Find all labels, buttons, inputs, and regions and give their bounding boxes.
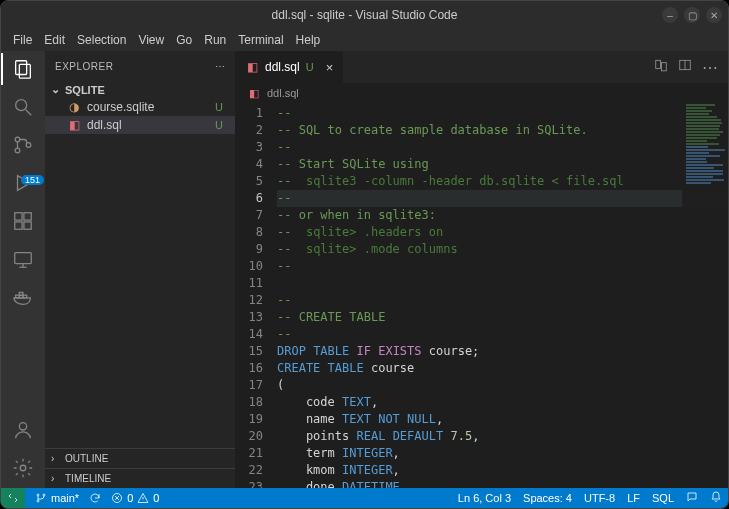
svg-point-25	[37, 494, 39, 496]
svg-point-6	[26, 143, 31, 148]
minimize-button[interactable]: –	[662, 7, 678, 23]
remote-explorer-icon[interactable]	[11, 247, 35, 271]
sql-file-icon: ◧	[245, 60, 259, 74]
sync-button[interactable]	[89, 492, 101, 504]
timeline-label: TIMELINE	[65, 473, 111, 484]
search-icon[interactable]	[11, 95, 35, 119]
svg-line-3	[26, 110, 32, 116]
menubar: FileEditSelectionViewGoRunTerminalHelp	[1, 29, 728, 51]
window-title: ddl.sql - sqlite - Visual Studio Code	[272, 8, 458, 22]
svg-point-19	[19, 423, 26, 430]
breadcrumb-file: ddl.sql	[267, 87, 299, 99]
maximize-button[interactable]: ▢	[684, 7, 700, 23]
svg-point-27	[43, 494, 45, 496]
chevron-right-icon: ›	[51, 453, 61, 464]
eol[interactable]: LF	[627, 492, 640, 504]
outline-label: OUTLINE	[65, 453, 108, 464]
svg-point-26	[37, 500, 39, 502]
chevron-right-icon: ›	[51, 473, 61, 484]
tab-label: ddl.sql	[265, 60, 300, 74]
code-editor[interactable]: 1234567891011121314151617181920212223242…	[235, 103, 728, 488]
sidebar-more-icon[interactable]: ⋯	[215, 61, 226, 72]
svg-rect-11	[24, 222, 31, 229]
tab-ddl-sql[interactable]: ◧ ddl.sql U ×	[235, 51, 344, 83]
file-name: ddl.sql	[87, 118, 122, 132]
menu-run[interactable]: Run	[198, 31, 232, 49]
sql-file-icon: ◧	[247, 86, 261, 100]
svg-rect-0	[16, 61, 27, 75]
svg-point-2	[16, 100, 27, 111]
svg-rect-21	[656, 60, 661, 68]
menu-terminal[interactable]: Terminal	[232, 31, 289, 49]
language-mode[interactable]: SQL	[652, 492, 674, 504]
extensions-icon[interactable]	[11, 209, 35, 233]
tab-bar: ◧ ddl.sql U × ⋯	[235, 51, 728, 83]
svg-rect-1	[19, 64, 30, 78]
svg-rect-18	[19, 292, 23, 295]
outline-section[interactable]: ›OUTLINE	[45, 448, 235, 468]
timeline-section[interactable]: ›TIMELINE	[45, 468, 235, 488]
sql-file-icon: ◧	[67, 118, 81, 132]
menu-selection[interactable]: Selection	[71, 31, 132, 49]
split-editor-icon[interactable]	[678, 58, 692, 76]
svg-point-4	[15, 137, 20, 142]
close-icon[interactable]: ×	[326, 60, 334, 75]
file-name: course.sqlite	[87, 100, 154, 114]
workspace-name: SQLITE	[65, 84, 105, 96]
minimap[interactable]	[682, 103, 728, 488]
file-item[interactable]: ◧ddl.sqlU	[45, 116, 235, 134]
indentation[interactable]: Spaces: 4	[523, 492, 572, 504]
compare-changes-icon[interactable]	[654, 58, 668, 76]
menu-view[interactable]: View	[132, 31, 170, 49]
accounts-icon[interactable]	[11, 418, 35, 442]
breadcrumb[interactable]: ◧ ddl.sql	[235, 83, 728, 103]
db-file-icon: ◑	[67, 100, 81, 114]
svg-point-20	[20, 465, 26, 471]
notifications-icon[interactable]	[710, 491, 722, 505]
docker-icon[interactable]	[11, 285, 35, 309]
editor: ◧ ddl.sql U × ⋯ ◧ ddl.sql 12345678910111…	[235, 51, 728, 488]
file-item[interactable]: ◑course.sqliteU	[45, 98, 235, 116]
menu-go[interactable]: Go	[170, 31, 198, 49]
git-status: U	[306, 61, 320, 73]
svg-rect-8	[15, 213, 22, 220]
explorer-icon[interactable]	[11, 57, 35, 81]
menu-help[interactable]: Help	[290, 31, 327, 49]
line-gutter: 1234567891011121314151617181920212223242…	[235, 103, 277, 488]
code-content[interactable]: ---- SQL to create sample database in SQ…	[277, 103, 728, 488]
sidebar-root[interactable]: ⌄ SQLITE	[45, 81, 235, 98]
svg-rect-22	[662, 63, 667, 71]
cursor-position[interactable]: Ln 6, Col 3	[458, 492, 511, 504]
encoding[interactable]: UTF-8	[584, 492, 615, 504]
svg-point-5	[15, 148, 20, 153]
problems-indicator[interactable]: 0 0	[111, 492, 159, 504]
chevron-down-icon: ⌄	[51, 83, 61, 96]
sidebar-title: EXPLORER	[55, 61, 113, 72]
svg-rect-10	[15, 222, 22, 229]
svg-rect-12	[15, 253, 32, 264]
status-bar: main* 0 0 Ln 6, Col 3 Spaces: 4 UTF-8 LF…	[1, 488, 728, 508]
remote-indicator[interactable]	[1, 488, 25, 508]
titlebar[interactable]: ddl.sql - sqlite - Visual Studio Code – …	[1, 1, 728, 29]
feedback-icon[interactable]	[686, 491, 698, 505]
source-control-icon[interactable]	[11, 133, 35, 157]
sidebar: EXPLORER ⋯ ⌄ SQLITE ◑course.sqliteU◧ddl.…	[45, 51, 235, 488]
menu-edit[interactable]: Edit	[38, 31, 71, 49]
menu-file[interactable]: File	[7, 31, 38, 49]
close-button[interactable]: ✕	[706, 7, 722, 23]
scm-badge: 151	[21, 175, 44, 185]
svg-rect-9	[24, 213, 31, 220]
settings-icon[interactable]	[11, 456, 35, 480]
git-status: U	[215, 101, 229, 113]
activity-bar: 151	[1, 51, 45, 488]
git-status: U	[215, 119, 229, 131]
editor-more-icon[interactable]: ⋯	[702, 58, 718, 77]
git-branch[interactable]: main*	[35, 492, 79, 504]
